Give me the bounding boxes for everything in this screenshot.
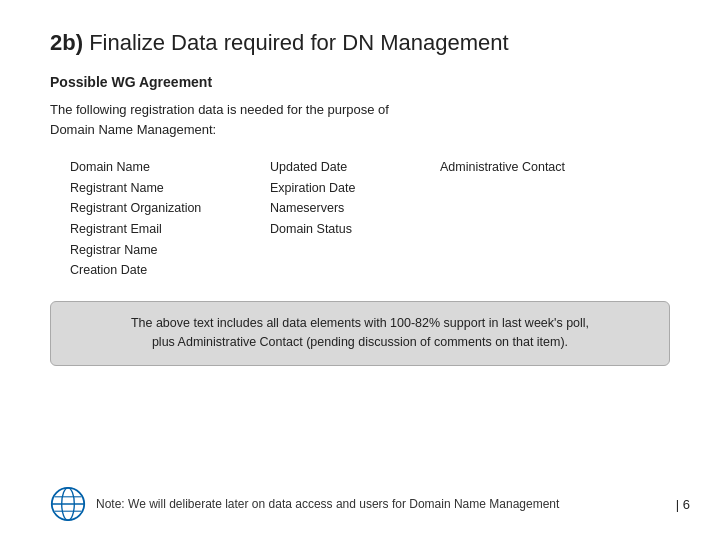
icann-logo — [50, 486, 86, 522]
page-title: 2b) Finalize Data required for DN Manage… — [50, 30, 509, 55]
list-item: Domain Name — [70, 157, 270, 178]
highlight-box: The above text includes all data element… — [50, 301, 670, 366]
column-3: Administrative Contact — [440, 157, 620, 281]
highlight-line2: plus Administrative Contact (pending dis… — [152, 335, 568, 349]
footer-left: Note: We will deliberate later on data a… — [50, 486, 559, 522]
description: The following registration data is neede… — [50, 100, 670, 139]
footer-note: Note: We will deliberate later on data a… — [96, 497, 559, 511]
slide: 2b) Finalize Data required for DN Manage… — [0, 0, 720, 540]
list-item: Registrar Name — [70, 240, 270, 261]
footer: Note: We will deliberate later on data a… — [50, 486, 690, 522]
icann-logo-svg — [50, 486, 86, 522]
list-item: Registrant Organization — [70, 198, 270, 219]
page-number: | 6 — [676, 497, 690, 512]
highlight-line1: The above text includes all data element… — [131, 316, 589, 330]
desc-line1: The following registration data is neede… — [50, 102, 389, 117]
title-text: Finalize Data required for DN Management — [89, 30, 508, 55]
list-item: Expiration Date — [270, 178, 440, 199]
list-item: Registrant Name — [70, 178, 270, 199]
list-item: Domain Status — [270, 219, 440, 240]
list-item: Nameservers — [270, 198, 440, 219]
list-item: Updated Date — [270, 157, 440, 178]
header: 2b) Finalize Data required for DN Manage… — [50, 30, 670, 56]
desc-line2: Domain Name Management: — [50, 122, 216, 137]
data-columns: Domain Name Registrant Name Registrant O… — [50, 157, 670, 281]
list-item: Administrative Contact — [440, 157, 620, 178]
title-prefix: 2b) — [50, 30, 83, 55]
list-item: Creation Date — [70, 260, 270, 281]
list-item: Registrant Email — [70, 219, 270, 240]
section-title: Possible WG Agreement — [50, 74, 670, 90]
column-2: Updated Date Expiration Date Nameservers… — [270, 157, 440, 281]
column-1: Domain Name Registrant Name Registrant O… — [70, 157, 270, 281]
